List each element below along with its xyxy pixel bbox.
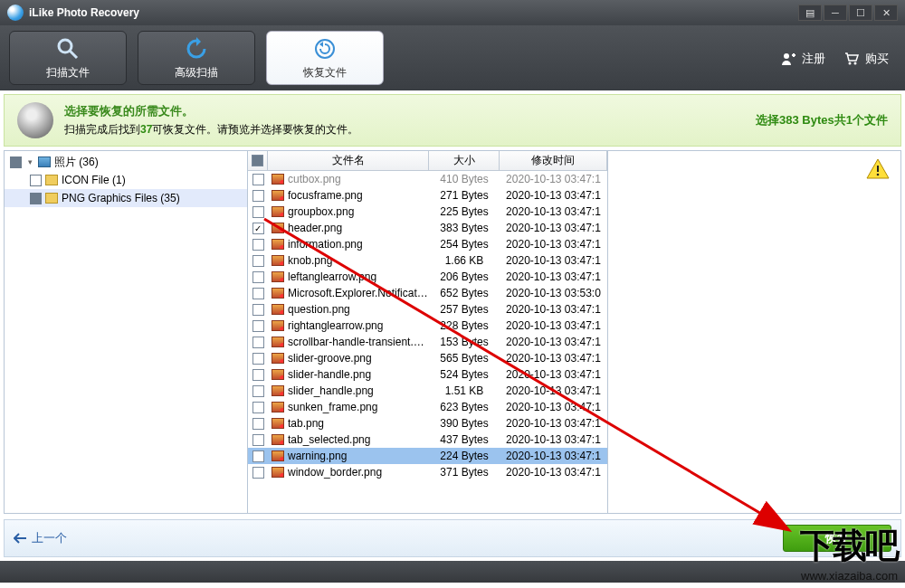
table-row[interactable]: slider_handle.png1.51 KB2020-10-13 03:47…: [248, 383, 607, 399]
row-checkbox[interactable]: [252, 288, 264, 299]
tree-node[interactable]: PNG Graphics Files (35): [5, 189, 247, 207]
table-row[interactable]: slider-handle.png524 Bytes2020-10-13 03:…: [248, 366, 607, 383]
checkbox-icon[interactable]: [10, 156, 22, 168]
image-file-icon: [272, 467, 284, 478]
row-checkbox[interactable]: [252, 206, 264, 218]
image-file-icon: [272, 320, 284, 331]
collapse-icon[interactable]: ▾: [25, 157, 34, 166]
row-checkbox[interactable]: [252, 337, 264, 348]
file-date: 2020-10-13 03:47:1: [500, 368, 607, 381]
row-checkbox[interactable]: [252, 174, 264, 185]
file-size: 271 Bytes: [429, 189, 500, 202]
tab-scan-label: 扫描文件: [46, 65, 90, 81]
row-checkbox[interactable]: [252, 385, 264, 397]
image-file-icon: [272, 434, 284, 445]
file-name: groupbox.png: [288, 205, 354, 218]
titlebar: iLike Photo Recovery ▤ ─ ☐ ✕: [0, 0, 905, 25]
row-checkbox[interactable]: [252, 271, 264, 283]
table-row[interactable]: groupbox.png225 Bytes2020-10-13 03:47:1: [248, 204, 607, 220]
previous-button[interactable]: 上一个: [14, 530, 67, 546]
table-row[interactable]: sunken_frame.png623 Bytes2020-10-13 03:4…: [248, 399, 607, 415]
header-name[interactable]: 文件名: [268, 151, 429, 170]
image-file-icon: [272, 255, 284, 266]
table-row[interactable]: knob.png1.66 KB2020-10-13 03:47:1: [248, 252, 607, 269]
info-heading: 选择要恢复的所需文件。: [64, 103, 756, 119]
file-size: 371 Bytes: [429, 466, 500, 479]
row-checkbox[interactable]: [252, 418, 264, 430]
tree-node[interactable]: ▾照片 (36): [5, 153, 247, 171]
row-checkbox[interactable]: [252, 467, 264, 479]
header-checkbox[interactable]: [248, 151, 268, 170]
file-name: question.png: [288, 303, 350, 316]
table-row[interactable]: Microsoft.Explorer.Notificatio…652 Bytes…: [248, 285, 607, 301]
table-row[interactable]: rightanglearrow.png228 Bytes2020-10-13 0…: [248, 318, 607, 334]
table-row[interactable]: slider-groove.png565 Bytes2020-10-13 03:…: [248, 350, 607, 366]
row-checkbox[interactable]: [252, 450, 264, 462]
file-name: focusframe.png: [288, 189, 363, 202]
file-name: slider-groove.png: [288, 352, 372, 365]
row-checkbox[interactable]: [252, 239, 264, 251]
table-row[interactable]: scrollbar-handle-transient.png153 Bytes2…: [248, 334, 607, 350]
warning-icon: [866, 158, 890, 180]
header-size[interactable]: 大小: [429, 151, 500, 170]
row-checkbox[interactable]: [252, 255, 264, 267]
maximize-button[interactable]: ☐: [849, 5, 872, 21]
svg-rect-7: [877, 166, 879, 172]
menu-icon[interactable]: ▤: [798, 5, 822, 21]
tree-node[interactable]: ICON File (1): [5, 171, 247, 189]
checkbox-icon[interactable]: [30, 193, 42, 204]
bottom-bar: 上一个 恢复: [4, 519, 901, 557]
file-date: 2020-10-13 03:47:1: [500, 336, 607, 348]
file-table: 文件名 大小 修改时间 cutbox.png410 Bytes2020-10-1…: [248, 150, 608, 514]
image-file-icon: [272, 239, 284, 250]
svg-line-1: [70, 51, 77, 58]
file-date: 2020-10-13 03:47:1: [500, 319, 607, 332]
table-row[interactable]: leftanglearrow.png206 Bytes2020-10-13 03…: [248, 269, 607, 285]
row-checkbox[interactable]: [252, 402, 264, 413]
checkbox-icon[interactable]: [30, 175, 42, 186]
tab-recover-files[interactable]: 恢复文件: [266, 31, 384, 85]
table-body[interactable]: cutbox.png410 Bytes2020-10-13 03:47:1foc…: [248, 171, 607, 513]
folder-icon: [38, 156, 51, 167]
image-file-icon: [272, 385, 284, 396]
svg-point-0: [59, 40, 71, 52]
row-checkbox[interactable]: [252, 320, 264, 332]
recover-button[interactable]: 恢复: [783, 525, 891, 552]
table-row[interactable]: question.png257 Bytes2020-10-13 03:47:1: [248, 301, 607, 318]
tab-scan-files[interactable]: 扫描文件: [9, 31, 127, 85]
minimize-button[interactable]: ─: [824, 5, 847, 21]
row-checkbox[interactable]: ✓: [252, 223, 264, 234]
table-row[interactable]: cutbox.png410 Bytes2020-10-13 03:47:1: [248, 171, 607, 187]
file-size: 1.66 KB: [429, 254, 500, 267]
disk-icon: [17, 102, 53, 138]
table-row[interactable]: tab.png390 Bytes2020-10-13 03:47:1: [248, 415, 607, 432]
file-date: 2020-10-13 03:47:1: [500, 417, 607, 430]
arrow-left-icon: [14, 533, 26, 544]
row-checkbox[interactable]: [252, 190, 264, 202]
table-row[interactable]: information.png254 Bytes2020-10-13 03:47…: [248, 236, 607, 252]
category-tree[interactable]: ▾照片 (36)ICON File (1)PNG Graphics Files …: [4, 150, 248, 514]
app-logo-icon: [7, 5, 24, 21]
tab-recover-label: 恢复文件: [303, 65, 347, 81]
file-name: information.png: [288, 238, 363, 251]
file-name: slider-handle.png: [288, 368, 371, 381]
table-row[interactable]: window_border.png371 Bytes2020-10-13 03:…: [248, 464, 607, 480]
table-row[interactable]: tab_selected.png437 Bytes2020-10-13 03:4…: [248, 432, 607, 448]
file-name: warning.png: [288, 450, 347, 462]
table-row[interactable]: ✓header.png383 Bytes2020-10-13 03:47:1: [248, 220, 607, 236]
buy-button[interactable]: 购买: [843, 51, 889, 67]
table-row[interactable]: focusframe.png271 Bytes2020-10-13 03:47:…: [248, 187, 607, 204]
row-checkbox[interactable]: [252, 369, 264, 381]
close-button[interactable]: ✕: [874, 5, 898, 21]
register-button[interactable]: 注册: [780, 51, 825, 67]
file-size: 383 Bytes: [429, 222, 500, 234]
row-checkbox[interactable]: [252, 304, 264, 316]
header-date[interactable]: 修改时间: [500, 151, 607, 170]
file-name: scrollbar-handle-transient.png: [288, 336, 429, 348]
row-checkbox[interactable]: [252, 434, 264, 446]
row-checkbox[interactable]: [252, 353, 264, 365]
tab-advanced-scan[interactable]: 高级扫描: [138, 31, 255, 85]
image-file-icon: [272, 418, 284, 429]
file-date: 2020-10-13 03:47:1: [500, 173, 607, 185]
table-row[interactable]: warning.png224 Bytes2020-10-13 03:47:1: [248, 448, 607, 464]
